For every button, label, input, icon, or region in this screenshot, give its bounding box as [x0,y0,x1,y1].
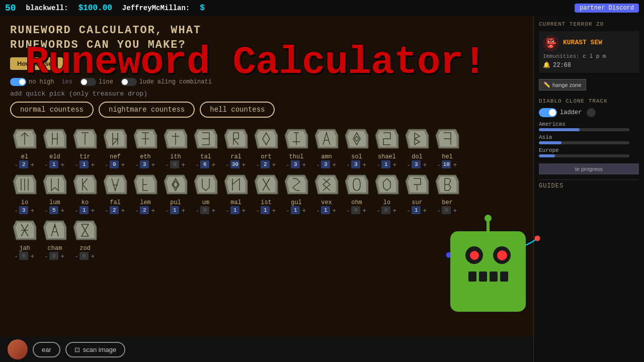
toggle-no-high[interactable]: no high [10,78,54,86]
rune-plus-eld[interactable]: + [59,161,65,168]
rune-minus-ral[interactable]: - [225,161,229,168]
rune-plus-ko[interactable]: + [90,207,96,214]
rune-minus-lum[interactable]: - [44,207,48,214]
rune-minus-io[interactable]: - [14,207,18,214]
rune-cham: cham-0+ [41,217,68,260]
rune-plus-shael[interactable]: + [391,161,397,168]
top-bar: 50 blackwell: $100.00 JeffreyMcMillan: $… [0,0,644,16]
rune-plus-ist[interactable]: + [271,207,277,214]
rune-plus-tal[interactable]: + [210,161,216,168]
rune-minus-shael[interactable]: - [376,161,380,168]
rune-plus-amn[interactable]: + [331,161,337,168]
rune-minus-tir[interactable]: - [74,161,78,168]
rune-minus-dol[interactable]: - [407,161,411,168]
rune-ort: ort-2+ [253,125,280,168]
rune-plus-nef[interactable]: + [120,161,126,168]
rune-icon-dol [404,125,431,152]
rune-icon-shael [373,125,400,152]
toggle-include[interactable]: lude aling combinati [121,78,212,86]
rune-icon-fal [102,171,129,198]
rune-plus-fal[interactable]: + [120,207,126,214]
nightmare-countess-button[interactable]: nightmare countess [99,102,195,118]
rune-plus-io[interactable]: + [29,207,35,214]
rune-plus-lo[interactable]: + [391,207,397,214]
rune-plus-thul[interactable]: + [301,161,307,168]
rune-count-shael: 1 [381,160,390,168]
rune-plus-vex[interactable]: + [331,207,337,214]
rune-minus-tal[interactable]: - [195,161,199,168]
change-zone-button[interactable]: ✏️ hange zone [539,79,586,90]
rune-minus-amn[interactable]: - [316,161,320,168]
rune-plus-lem[interactable]: + [150,207,156,214]
rune-plus-ort[interactable]: + [271,161,277,168]
how-to-use-button[interactable]: How to use t [10,57,63,70]
rune-minus-sol[interactable]: - [346,161,350,168]
rune-minus-sur[interactable]: - [407,207,411,214]
rune-tir: tir-1+ [71,125,99,168]
rune-minus-nef[interactable]: - [105,161,109,168]
extra-toggle[interactable] [587,108,596,117]
toggle-switch-1[interactable] [10,78,26,86]
rune-plus-ral[interactable]: + [240,161,247,168]
rune-plus-sur[interactable]: + [422,207,428,214]
rune-plus-jah[interactable]: + [29,253,35,259]
rune-eld: eld-1+ [41,125,68,168]
rune-minus-mal[interactable]: - [225,207,229,214]
clear-button[interactable]: ear [33,342,60,357]
hell-countess-button[interactable]: hell countess [200,102,275,118]
quick-pick-buttons: normal countess nightmare countess hell … [10,102,523,118]
rune-plus-dol[interactable]: + [422,161,428,168]
rune-minus-cham[interactable]: - [44,253,48,259]
rune-icon-sur [404,171,431,198]
rune-minus-thul[interactable]: - [286,161,290,168]
rune-minus-ko[interactable]: - [74,207,78,214]
rune-minus-eth[interactable]: - [135,161,139,168]
rune-minus-um[interactable]: - [195,207,199,214]
rune-plus-gul[interactable]: + [301,207,307,214]
rune-plus-tir[interactable]: + [90,161,96,168]
ladder-switch[interactable] [539,108,557,117]
rune-plus-lum[interactable]: + [59,207,65,214]
rune-plus-ith[interactable]: + [180,161,186,168]
scan-image-button[interactable]: ⊡ scan image [65,342,125,357]
toggle-switch-2[interactable] [80,78,96,86]
rune-plus-sol[interactable]: + [361,161,367,168]
rune-minus-ber[interactable]: - [437,207,441,214]
rune-minus-lo[interactable]: - [376,207,380,214]
toggle-switch-3[interactable] [121,78,137,86]
rune-minus-jah[interactable]: - [14,253,18,259]
rune-minus-ohm[interactable]: - [346,207,350,214]
rune-plus-ohm[interactable]: + [361,207,367,214]
rune-plus-mal[interactable]: + [240,207,247,214]
rune-controls-nef: -9+ [105,160,126,168]
rune-plus-zod[interactable]: + [90,253,96,259]
rune-plus-pul[interactable]: + [180,207,186,214]
rune-count-zod: 0 [79,252,89,260]
rune-minus-ith[interactable]: - [165,161,169,168]
progress-te-button[interactable]: te progress [539,163,639,174]
rune-plus-um[interactable]: + [210,207,216,214]
terror-zone-box: 👺 KURAST SEW Immunities: c l p m 🔔 22:68 [539,31,639,73]
rune-plus-eth[interactable]: + [150,161,156,168]
rune-minus-eld[interactable]: - [44,161,48,168]
rune-plus-ber[interactable]: + [452,207,458,214]
rune-minus-hel[interactable]: - [437,161,441,168]
rune-minus-pul[interactable]: - [165,207,169,214]
rune-plus-el[interactable]: + [29,161,35,168]
rune-minus-fal[interactable]: - [105,207,109,214]
toggle-line[interactable]: line [80,78,113,86]
rune-minus-vex[interactable]: - [316,207,320,214]
ladder-toggle[interactable]: ladder [539,108,639,117]
rune-plus-cham[interactable]: + [59,253,65,259]
rune-minus-gul[interactable]: - [286,207,290,214]
normal-countess-button[interactable]: normal countess [10,102,94,118]
rune-plus-hel[interactable]: + [452,161,458,168]
discord-button[interactable]: partner Discord [575,4,639,13]
rune-minus-el[interactable]: - [14,161,18,168]
rune-minus-zod[interactable]: - [74,253,78,259]
rune-minus-ort[interactable]: - [256,161,260,168]
rune-minus-lem[interactable]: - [135,207,139,214]
rune-label-cham: cham [48,245,62,252]
rune-count-tir: 1 [79,160,89,168]
rune-minus-ist[interactable]: - [256,207,260,214]
